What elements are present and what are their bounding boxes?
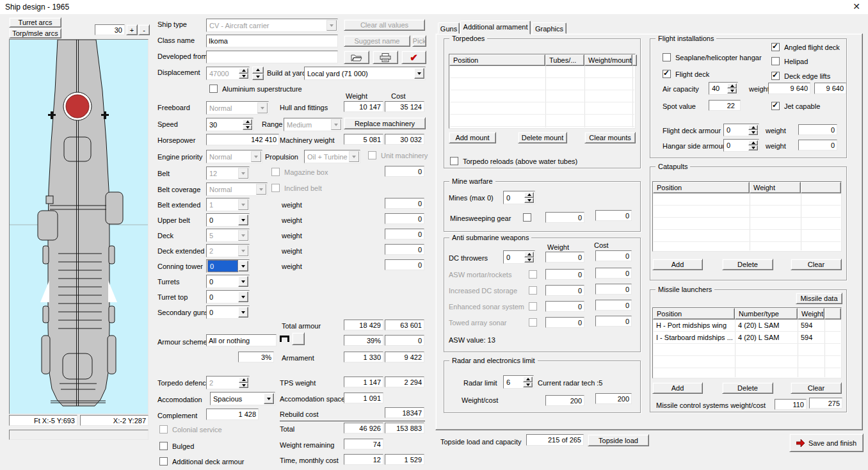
- suggest-name-button[interactable]: Suggest name: [344, 35, 410, 47]
- freeboard-select[interactable]: Normal: [206, 101, 269, 115]
- mis-col-type[interactable]: Number/type: [735, 308, 798, 320]
- torp-msle-arcs-button[interactable]: Torp/msle arcs: [9, 28, 61, 38]
- propulsion-select[interactable]: Oil + Turbine: [304, 150, 360, 163]
- ship-type-select[interactable]: CV - Aircraft carrier: [206, 19, 338, 32]
- add-mount-button[interactable]: Add mount: [449, 132, 496, 143]
- seaplane-hangar-checkbox[interactable]: [663, 53, 671, 61]
- missile-add-button[interactable]: Add: [652, 382, 703, 394]
- turret-top-select[interactable]: 0: [206, 290, 250, 304]
- belt-select[interactable]: 12: [206, 166, 250, 180]
- load-design-button[interactable]: [344, 51, 369, 64]
- helipad-checkbox[interactable]: [771, 57, 780, 65]
- torp-col-tubes[interactable]: Tubes/...: [545, 54, 584, 66]
- deck-extended-select[interactable]: 2: [206, 244, 250, 257]
- confirm-design-button[interactable]: ✔: [401, 51, 426, 64]
- missile-row-position[interactable]: H - Port midships wing: [653, 320, 735, 332]
- deck-select[interactable]: 5: [206, 229, 250, 242]
- speed-spinner[interactable]: 30: [206, 118, 253, 131]
- missile-row-weight[interactable]: 594: [798, 320, 824, 332]
- missile-data-button[interactable]: Missile data: [796, 293, 842, 304]
- clear-all-values-button[interactable]: Clear all values: [344, 19, 425, 31]
- engine-priority-select[interactable]: Normal: [206, 150, 262, 163]
- pick-button[interactable]: Pick: [412, 35, 426, 47]
- spin-down-icon[interactable]: [252, 74, 264, 81]
- unit-machinery-checkbox[interactable]: [368, 151, 376, 159]
- spin-down-icon[interactable]: [239, 383, 248, 389]
- spin-up-icon[interactable]: [243, 119, 252, 125]
- tab-additional-armament[interactable]: Additional armament: [460, 20, 531, 35]
- cat-col-weight[interactable]: Weight: [750, 182, 801, 193]
- spin-down-icon[interactable]: [523, 382, 533, 388]
- missile-delete-button[interactable]: Delete: [722, 382, 773, 394]
- spin-up-icon[interactable]: [239, 68, 248, 74]
- build-yard-select[interactable]: Local yard (71 000): [304, 67, 426, 80]
- missile-clear-button[interactable]: Clear: [791, 382, 842, 394]
- torpedo-reloads-checkbox[interactable]: [450, 157, 458, 165]
- belt-extended-select[interactable]: 1: [206, 198, 250, 211]
- spin-up-icon[interactable]: [748, 140, 758, 145]
- torpedo-defence-spinner[interactable]: 2: [206, 376, 250, 389]
- flight-deck-armour-spinner[interactable]: 0: [723, 124, 759, 136]
- inclined-belt-checkbox[interactable]: [271, 184, 280, 192]
- flight-deck-checkbox[interactable]: [663, 70, 671, 78]
- close-icon[interactable]: ✕: [853, 1, 860, 12]
- missile-row-position[interactable]: I - Starboard midships ...: [653, 332, 735, 344]
- jet-capable-checkbox[interactable]: [771, 102, 780, 110]
- enhanced-sonar-checkbox[interactable]: [529, 302, 537, 311]
- class-name-input[interactable]: Ikoma: [206, 35, 338, 47]
- spin-down-icon[interactable]: [524, 257, 534, 263]
- hangar-side-armour-spinner[interactable]: 0: [723, 139, 759, 152]
- topside-load-button[interactable]: Topside load: [588, 434, 649, 446]
- secondary-guns-select[interactable]: 0: [206, 305, 250, 319]
- dc-storage-checkbox[interactable]: [529, 286, 537, 295]
- mis-col-position[interactable]: Position: [653, 308, 735, 320]
- catapult-clear-button[interactable]: Clear: [791, 259, 842, 270]
- catapult-add-button[interactable]: Add: [652, 259, 703, 270]
- additional-deck-armour-checkbox[interactable]: [159, 457, 168, 466]
- missile-row-type[interactable]: 4 (20) L SAM: [735, 320, 798, 332]
- mines-spinner[interactable]: 0: [503, 191, 535, 204]
- spin-down-icon[interactable]: [239, 74, 248, 79]
- angled-flight-deck-checkbox[interactable]: [771, 43, 780, 51]
- upper-belt-select[interactable]: 0: [206, 213, 250, 227]
- spin-down-icon[interactable]: [748, 130, 758, 135]
- ship-top-view-canvas[interactable]: [9, 39, 149, 414]
- magazine-box-checkbox[interactable]: [271, 168, 280, 176]
- armour-scheme-button[interactable]: [292, 332, 305, 345]
- bulged-checkbox[interactable]: [159, 442, 168, 450]
- missile-row-weight[interactable]: 594: [798, 332, 824, 344]
- zoom-in-button[interactable]: +: [126, 24, 138, 35]
- missile-row-type[interactable]: 4 (20) L SAM: [735, 332, 798, 344]
- dc-throwers-spinner[interactable]: 0: [503, 250, 535, 264]
- spin-up-icon[interactable]: [523, 377, 533, 382]
- print-design-button[interactable]: [373, 51, 398, 64]
- cat-col-position[interactable]: Position: [653, 182, 750, 193]
- developed-from-input[interactable]: [206, 51, 338, 63]
- asw-mortar-checkbox[interactable]: [529, 270, 537, 279]
- catapult-delete-button[interactable]: Delete: [722, 259, 773, 270]
- spin-down-icon[interactable]: [748, 145, 758, 150]
- torp-col-position[interactable]: Position: [449, 54, 545, 66]
- spin-up-icon[interactable]: [524, 192, 534, 198]
- tab-guns[interactable]: Guns: [438, 22, 460, 34]
- aluminium-superstructure-checkbox[interactable]: [209, 85, 218, 93]
- torp-col-weight[interactable]: Weight/mount: [584, 54, 632, 66]
- spin-down-icon[interactable]: [727, 88, 737, 93]
- spin-up-icon[interactable]: [524, 252, 534, 257]
- spin-up-icon[interactable]: [748, 125, 758, 130]
- belt-coverage-select[interactable]: Normal: [206, 182, 268, 196]
- spin-down-icon[interactable]: [243, 125, 252, 131]
- spin-down-icon[interactable]: [524, 198, 534, 204]
- zoom-value-field[interactable]: 30: [95, 24, 125, 35]
- colonial-service-checkbox[interactable]: [159, 425, 168, 434]
- catapults-table[interactable]: Position Weight: [652, 181, 842, 252]
- zoom-out-button[interactable]: -: [138, 24, 150, 35]
- delete-mount-button[interactable]: Delete mount: [518, 132, 567, 143]
- mis-col-weight[interactable]: Weight: [798, 308, 824, 320]
- displacement-fine-stepper[interactable]: [252, 67, 264, 80]
- towed-array-checkbox[interactable]: [529, 318, 537, 327]
- minesweeping-gear-checkbox[interactable]: [523, 213, 531, 222]
- radar-limit-spinner[interactable]: 6: [503, 375, 534, 389]
- missile-launchers-table[interactable]: Position Number/type Weight H - Port mid…: [652, 307, 842, 378]
- spin-up-icon[interactable]: [252, 67, 264, 74]
